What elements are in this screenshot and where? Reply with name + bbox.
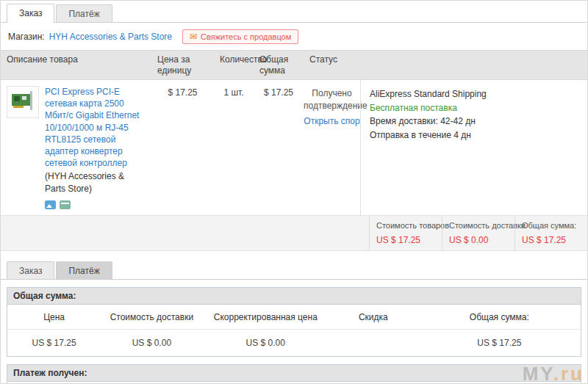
shipping-cost-value: US $ 0.00	[449, 235, 508, 245]
column-header-total: Общая сумма	[254, 51, 304, 79]
order-product-row: PCI Express PCI-E сетевая карта 2500 Мби…	[1, 80, 587, 215]
quantity-value: 1 шт.	[214, 80, 254, 215]
column-header-shipping-cost: Стоимость доставки	[101, 305, 202, 329]
unit-price-value: $ 17.25	[151, 80, 214, 215]
payment-section-header: Платеж получен:	[7, 365, 581, 382]
column-header-unit-price: Цена за единицу	[151, 51, 214, 79]
grand-total-value: US $ 17.25	[418, 330, 581, 356]
total-section-header: Общая сумма:	[7, 288, 581, 305]
product-store-name: (HYH Accessories & Parts Store)	[45, 170, 146, 194]
shipping-cost-label: Стоимость доставки	[449, 221, 508, 230]
column-header-grand-total: Общая сумма:	[418, 305, 581, 329]
delivery-time: Время доставки: 42-42 дн	[370, 115, 578, 128]
price-value: US $ 17.25	[7, 330, 101, 356]
total-table-row: US $ 17.25 US $ 0.00 US $ 0.00 US $ 17.2…	[7, 329, 581, 356]
column-header-price: Цена	[7, 305, 101, 329]
column-header-status: Статус	[304, 51, 360, 79]
store-row: Магазин: HYH Accessories & Parts Store ✉…	[1, 23, 587, 50]
tab-payment-top[interactable]: Платёж	[56, 4, 112, 22]
store-label: Магазин:	[8, 32, 45, 42]
order-total-value: US $ 17.25	[522, 235, 581, 245]
column-header-adjusted-price: Скорректированная цена	[203, 305, 329, 329]
network-card-image	[7, 87, 38, 117]
goods-cost-value: US $ 17.25	[376, 235, 435, 245]
order-total-label: Общая сумма:	[522, 221, 581, 230]
order-table-header: Описание товара Цена за единицу Количест…	[1, 50, 587, 80]
product-text-block: PCI Express PCI-E сетевая карта 2500 Мби…	[45, 86, 146, 209]
tab-order-top[interactable]: Заказ	[7, 4, 54, 23]
dispatch-time: Отправка в течение 4 дн	[370, 128, 578, 142]
discount-value	[329, 330, 418, 356]
product-action-icons	[45, 200, 146, 209]
top-tabbar: Заказ Платёж	[1, 1, 587, 23]
open-dispute-link[interactable]: Открыть спор	[304, 115, 359, 128]
status-cell: Получено подтверждение Открыть спор	[304, 80, 360, 215]
card-icon[interactable]	[60, 200, 71, 209]
product-description-cell: PCI Express PCI-E сетевая карта 2500 Мби…	[1, 80, 151, 215]
goods-cost-label: Стоимость товаров	[376, 221, 435, 230]
contact-seller-button[interactable]: ✉ Свяжитесь с продавцом	[182, 29, 298, 44]
total-section-box: Общая сумма: Цена Стоимость доставки Ско…	[7, 287, 581, 357]
adjusted-price-value: US $ 0.00	[203, 330, 329, 356]
order-summary-bar: Стоимость товаров US $ 17.25 Стоимость д…	[1, 215, 587, 251]
status-text: Получено подтверждение	[304, 87, 360, 112]
total-table-header: Цена Стоимость доставки Скорректированна…	[7, 305, 581, 329]
line-total-value: $ 17.25	[254, 80, 304, 215]
summary-goods-cell: Стоимость товаров US $ 17.25	[369, 216, 442, 250]
column-header-quantity: Количество	[214, 51, 254, 79]
summary-total-cell: Общая сумма: US $ 17.25	[514, 216, 587, 250]
column-header-description: Описание товара	[1, 51, 151, 79]
column-header-discount: Скидка	[329, 305, 418, 329]
tab-order-bottom[interactable]: Заказ	[7, 261, 54, 279]
summary-spacer	[1, 216, 369, 250]
snapshot-icon[interactable]	[45, 200, 56, 209]
order-page: Заказ Платёж Магазин: HYH Accessories & …	[0, 0, 588, 384]
shipping-cost-value: US $ 0.00	[101, 330, 202, 356]
contact-seller-label: Свяжитесь с продавцом	[201, 32, 291, 41]
product-image[interactable]	[7, 86, 39, 118]
shipping-method: AliExpress Standard Shipping	[370, 87, 578, 101]
envelope-icon: ✉	[190, 32, 197, 41]
store-name-link[interactable]: HYH Accessories & Parts Store	[49, 32, 172, 42]
payment-section-box: Платеж получен: Итого Платёж получен Спо…	[7, 364, 581, 384]
bottom-tabbar: Заказ Платёж	[1, 258, 587, 280]
product-title-link[interactable]: PCI Express PCI-E сетевая карта 2500 Мби…	[45, 86, 146, 169]
summary-shipping-cell: Стоимость доставки US $ 0.00	[442, 216, 514, 250]
shipping-info-cell: AliExpress Standard Shipping Бесплатная …	[360, 80, 587, 215]
column-header-shipping	[360, 51, 587, 79]
free-shipping-label: Бесплатная поставка	[370, 101, 578, 115]
tab-payment-bottom[interactable]: Платёж	[56, 261, 112, 279]
